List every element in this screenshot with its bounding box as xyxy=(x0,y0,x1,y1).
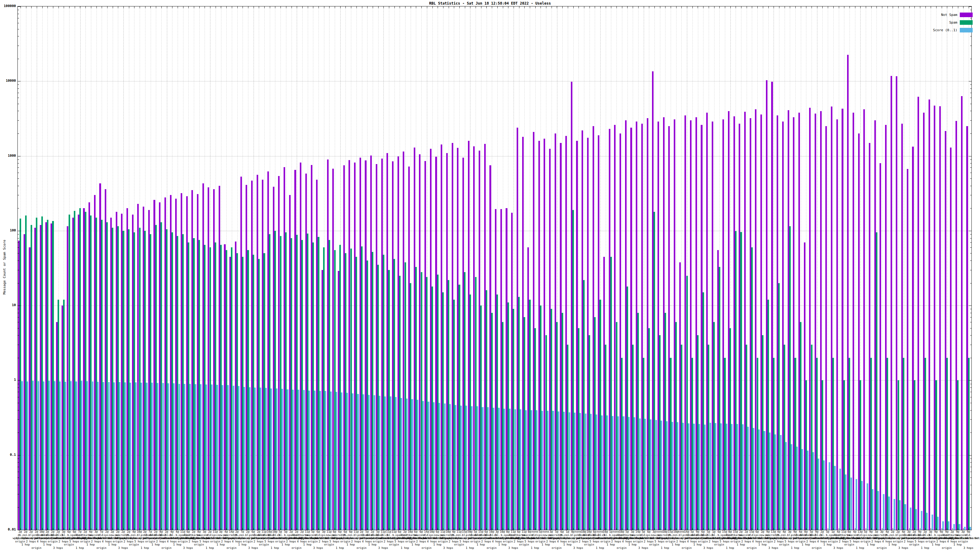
y-minor-tick xyxy=(18,270,19,270)
y-minor-tick xyxy=(18,133,19,134)
x-tick xyxy=(465,6,465,8)
y-minor-tick xyxy=(18,163,19,164)
x-tick xyxy=(535,6,536,8)
y-minor-tick xyxy=(18,208,19,208)
bar-score-0-1 xyxy=(286,389,288,530)
x-tick xyxy=(963,528,964,530)
x-tick xyxy=(416,6,416,8)
x-tick xyxy=(595,6,595,8)
bar-score-0-1 xyxy=(27,381,28,530)
x-tick xyxy=(644,6,644,8)
y-minor-tick xyxy=(18,309,19,309)
bar-score-0-1 xyxy=(270,389,272,530)
bar-score-0-1 xyxy=(558,411,559,530)
x-tick xyxy=(454,528,454,530)
bar-score-0-1 xyxy=(840,468,841,530)
y-minor-tick xyxy=(18,18,19,18)
x-tick xyxy=(178,6,178,8)
x-tick xyxy=(178,528,178,530)
x-tick xyxy=(709,528,709,530)
x-tick xyxy=(573,528,574,530)
x-tick xyxy=(221,6,221,8)
y-minor-tick xyxy=(970,253,971,254)
x-tick xyxy=(264,528,265,530)
x-cluster-label-text: 9@old.spam.dnsbl.sorbs.net3 hops xyxy=(950,530,980,549)
y-minor-tick xyxy=(970,195,971,195)
bar-not-spam xyxy=(891,76,892,530)
x-tick xyxy=(161,6,162,8)
bar-score-0-1 xyxy=(710,423,711,530)
x-tick xyxy=(947,528,947,530)
bar-score-0-1 xyxy=(113,382,115,530)
bar-score-0-1 xyxy=(406,399,407,530)
x-tick xyxy=(259,528,259,530)
x-tick xyxy=(161,528,162,530)
bar-score-0-1 xyxy=(563,412,565,530)
x-tick xyxy=(866,6,866,8)
x-tick xyxy=(383,6,384,8)
bar-score-0-1 xyxy=(726,424,727,530)
bar-score-0-1 xyxy=(682,423,684,530)
x-tick xyxy=(839,528,839,530)
y-minor-tick xyxy=(970,387,971,388)
x-tick xyxy=(64,6,64,8)
bar-score-0-1 xyxy=(520,409,521,530)
bar-score-0-1 xyxy=(222,385,223,530)
bar-score-0-1 xyxy=(856,479,857,530)
bar-score-0-1 xyxy=(596,414,597,530)
bar-spam xyxy=(968,358,970,530)
bar-spam xyxy=(946,358,948,530)
bar-score-0-1 xyxy=(119,382,120,530)
bar-score-0-1 xyxy=(178,384,180,530)
x-tick xyxy=(427,6,427,8)
y-minor-tick xyxy=(970,120,971,121)
x-tick xyxy=(486,528,487,530)
x-tick xyxy=(649,6,649,8)
x-tick xyxy=(156,6,156,8)
y-minor-tick xyxy=(18,238,19,238)
y-minor-tick xyxy=(970,313,971,313)
x-tick xyxy=(958,6,958,8)
bar-score-0-1 xyxy=(650,419,651,530)
bar-score-0-1 xyxy=(775,434,776,530)
x-tick xyxy=(199,528,200,530)
x-tick xyxy=(318,528,319,530)
x-tick xyxy=(405,528,406,530)
x-tick xyxy=(172,6,172,8)
x-tick xyxy=(703,6,703,8)
x-tick xyxy=(871,528,872,530)
y-minor-tick xyxy=(970,494,971,494)
x-tick xyxy=(329,528,329,530)
x-tick xyxy=(107,528,108,530)
bar-score-0-1 xyxy=(531,410,532,530)
y-minor-tick xyxy=(18,387,19,388)
y-minor-tick xyxy=(970,36,971,37)
vertical-gridline xyxy=(882,6,882,530)
bar-score-0-1 xyxy=(796,446,798,530)
y-minor-tick xyxy=(970,322,971,322)
x-tick xyxy=(129,6,129,8)
bar-score-0-1 xyxy=(498,408,500,530)
x-tick xyxy=(931,528,931,530)
x-tick xyxy=(443,528,444,530)
x-tick xyxy=(102,6,102,8)
x-tick xyxy=(730,528,731,530)
x-tick xyxy=(280,6,281,8)
y-minor-tick xyxy=(970,104,971,104)
bar-score-0-1 xyxy=(75,381,77,530)
y-minor-tick xyxy=(18,178,19,179)
bar-score-0-1 xyxy=(904,504,906,530)
y-minor-tick xyxy=(18,322,19,322)
y-minor-tick xyxy=(970,84,971,85)
x-tick xyxy=(709,6,709,8)
x-tick xyxy=(129,528,129,530)
bar-score-0-1 xyxy=(731,424,733,530)
y-minor-tick xyxy=(970,392,971,392)
x-tick xyxy=(524,528,525,530)
x-tick xyxy=(660,528,660,530)
x-tick xyxy=(888,6,888,8)
y-minor-tick xyxy=(18,36,19,37)
x-tick xyxy=(514,6,514,8)
x-tick xyxy=(600,528,601,530)
y-tick-label: 1000 xyxy=(1,154,16,158)
